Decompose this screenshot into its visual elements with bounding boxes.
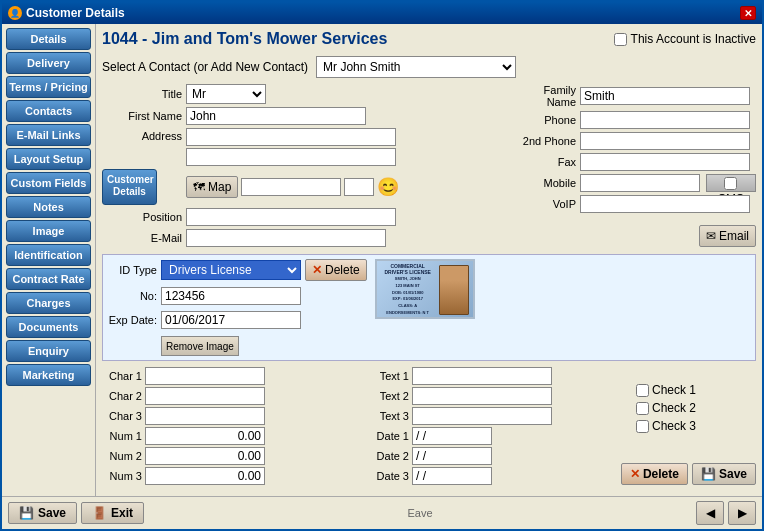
date1-label: Date 1 (369, 430, 409, 442)
id-image: COMMERCIAL DRIVER'S LICENSESMITH, JOHN12… (375, 259, 475, 319)
check1-checkbox[interactable] (636, 384, 649, 397)
map-extra[interactable] (344, 178, 374, 196)
sidebar-item-image[interactable]: Image (6, 220, 91, 242)
customer-details-button[interactable]: Customer Details (102, 169, 157, 205)
nav-next-icon: ▶ (738, 506, 747, 520)
sms-button[interactable]: SMS (706, 174, 756, 192)
sidebar-item-custom-fields[interactable]: Custom Fields (6, 172, 91, 194)
check2-checkbox[interactable] (636, 402, 649, 415)
map-icon: 🗺 (193, 180, 205, 194)
no-label: No: (107, 290, 157, 302)
fax-label: Fax (516, 156, 576, 168)
license-photo (439, 265, 469, 315)
id-exp-input[interactable] (161, 311, 301, 329)
email-label: E-Mail (102, 232, 182, 244)
text3-input[interactable] (412, 407, 552, 425)
title-select[interactable]: Mr (186, 84, 266, 104)
title-label: Title (102, 88, 182, 100)
check2-label: Check 2 (652, 401, 696, 415)
text1-label: Text 1 (369, 370, 409, 382)
close-button[interactable]: ✕ (740, 6, 756, 20)
date2-input[interactable] (412, 447, 492, 465)
firstname-input[interactable] (186, 107, 366, 125)
exit-footer-button[interactable]: 🚪 Exit (81, 502, 144, 524)
bottom-delete-label: Delete (643, 467, 679, 481)
date3-input[interactable] (412, 467, 492, 485)
char1-input[interactable] (145, 367, 265, 385)
inactive-checkbox[interactable] (614, 33, 627, 46)
text2-label: Text 2 (369, 390, 409, 402)
delete-x-icon: ✕ (312, 263, 322, 277)
eave-label: Eave (407, 507, 432, 519)
address-line2[interactable] (186, 148, 396, 166)
address-line1[interactable] (186, 128, 396, 146)
account-title: 1044 - Jim and Tom's Mower Services (102, 30, 387, 48)
license-image: COMMERCIAL DRIVER'S LICENSESMITH, JOHN12… (377, 261, 473, 317)
num2-label: Num 2 (102, 450, 142, 462)
map-button[interactable]: 🗺 Map (186, 176, 238, 198)
family-name-input[interactable] (580, 87, 750, 105)
sidebar-item-identification[interactable]: Identification (6, 244, 91, 266)
email-input[interactable] (186, 229, 386, 247)
sidebar-item-delivery[interactable]: Delivery (6, 52, 91, 74)
date3-label: Date 3 (369, 470, 409, 482)
voip-label: VoIP (516, 198, 576, 210)
char2-input[interactable] (145, 387, 265, 405)
position-input[interactable] (186, 208, 396, 226)
text2-input[interactable] (412, 387, 552, 405)
char3-input[interactable] (145, 407, 265, 425)
sidebar-item-enquiry[interactable]: Enquiry (6, 340, 91, 362)
sms-checkbox[interactable] (724, 177, 737, 190)
num1-input[interactable] (145, 427, 265, 445)
nav-prev-button[interactable]: ◀ (696, 501, 724, 525)
num2-input[interactable] (145, 447, 265, 465)
id-type-select[interactable]: Drivers License (161, 260, 301, 280)
text1-input[interactable] (412, 367, 552, 385)
phone-input[interactable] (580, 111, 750, 129)
check3-label: Check 3 (652, 419, 696, 433)
window-title: Customer Details (26, 6, 125, 20)
sidebar-item-terms-pricing[interactable]: Terms / Pricing (6, 76, 91, 98)
text3-label: Text 3 (369, 410, 409, 422)
exit-footer-label: Exit (111, 506, 133, 520)
save-footer-button[interactable]: 💾 Save (8, 502, 77, 524)
save-disk-icon: 💾 (701, 467, 716, 481)
num3-input[interactable] (145, 467, 265, 485)
char1-label: Char 1 (102, 370, 142, 382)
mobile-input[interactable] (580, 174, 700, 192)
sidebar: Details Delivery Terms / Pricing Contact… (2, 24, 96, 496)
delete-icon: ✕ (630, 467, 640, 481)
voip-input[interactable] (580, 195, 750, 213)
sidebar-item-documents[interactable]: Documents (6, 316, 91, 338)
sidebar-item-email-links[interactable]: E-Mail Links (6, 124, 91, 146)
sidebar-item-charges[interactable]: Charges (6, 292, 91, 314)
bottom-save-button[interactable]: 💾 Save (692, 463, 756, 485)
check3-checkbox[interactable] (636, 420, 649, 433)
sidebar-item-layout-setup[interactable]: Layout Setup (6, 148, 91, 170)
sidebar-item-contacts[interactable]: Contacts (6, 100, 91, 122)
customer-details-window: 👤 Customer Details ✕ Details Delivery Te… (0, 0, 764, 531)
save-footer-icon: 💾 (19, 506, 34, 520)
sidebar-item-contract-rate[interactable]: Contract Rate (6, 268, 91, 290)
email-button[interactable]: ✉ Email (699, 225, 756, 247)
sidebar-item-marketing[interactable]: Marketing (6, 364, 91, 386)
id-delete-button[interactable]: ✕ Delete (305, 259, 367, 281)
id-no-input[interactable] (161, 287, 301, 305)
nav-next-button[interactable]: ▶ (728, 501, 756, 525)
nav-prev-icon: ◀ (706, 506, 715, 520)
exit-footer-icon: 🚪 (92, 506, 107, 520)
sidebar-item-details[interactable]: Details (6, 28, 91, 50)
bottom-delete-button[interactable]: ✕ Delete (621, 463, 688, 485)
2nd-phone-input[interactable] (580, 132, 750, 150)
id-section: ID Type Drivers License ✕ Delete No: (102, 254, 756, 361)
contact-select[interactable]: Mr John Smith (316, 56, 516, 78)
sidebar-item-notes[interactable]: Notes (6, 196, 91, 218)
firstname-label: First Name (102, 110, 182, 122)
char3-label: Char 3 (102, 410, 142, 422)
date1-input[interactable] (412, 427, 492, 445)
id-type-label: ID Type (107, 264, 157, 276)
map-input[interactable] (241, 178, 341, 196)
fax-input[interactable] (580, 153, 750, 171)
remove-image-button[interactable]: Remove Image (161, 336, 239, 356)
email-btn-icon: ✉ (706, 229, 716, 243)
